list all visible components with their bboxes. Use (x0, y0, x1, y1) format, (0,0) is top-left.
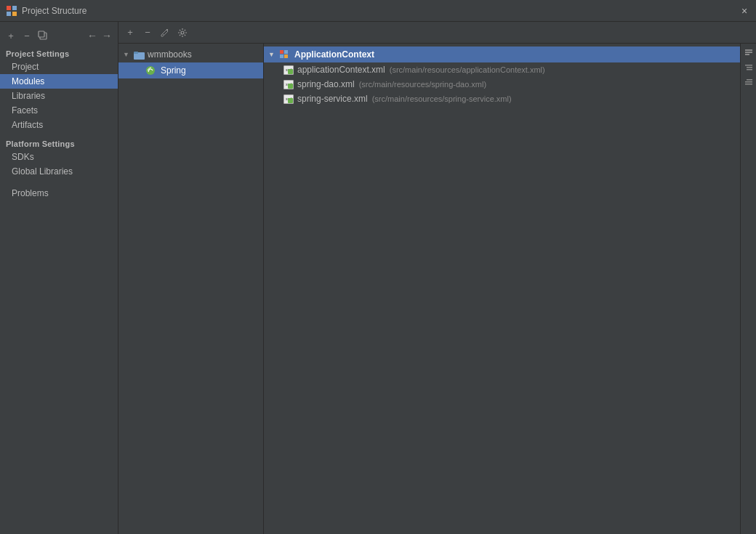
title-bar-text: Project Structure (22, 6, 750, 16)
close-button[interactable]: × (739, 5, 750, 17)
tree-node-spring-service-xml[interactable]: xml spring-service.xml (src/main/resourc… (264, 92, 740, 106)
spring-icon (145, 65, 156, 76)
sidebar-item-facets[interactable]: Facets (0, 103, 118, 118)
content-toolbar: + − (118, 22, 756, 44)
right-tool-btn-2[interactable] (742, 61, 755, 74)
sidebar-toolbar: + − ← → (0, 28, 118, 46)
xml-icon-app-context: xml (283, 65, 294, 75)
module-tree: ▼ wmmbooks (118, 44, 264, 534)
app-context-xml-label: applicationContext.xml (297, 65, 385, 75)
content-edit-button[interactable] (158, 25, 172, 40)
folder-icon (133, 49, 145, 60)
sidebar-item-sdks[interactable]: SDKs (0, 150, 118, 164)
expand-arrow-app-context: ▼ (268, 51, 276, 58)
tree-node-spring-dao-xml[interactable]: xml spring-dao.xml (src/main/resources/s… (264, 77, 740, 92)
spring-dao-xml-label: spring-dao.xml (297, 79, 355, 89)
sidebar-copy-button[interactable] (36, 29, 49, 42)
spring-service-xml-path: (src/main/resources/spring-service.xml) (372, 94, 512, 103)
project-settings-header: Project Settings (0, 46, 118, 60)
content-settings-button[interactable] (175, 25, 190, 40)
svg-rect-18 (747, 79, 752, 81)
svg-rect-1 (12, 6, 17, 10)
svg-rect-0 (7, 6, 11, 10)
svg-rect-12 (745, 54, 749, 55)
title-bar: Project Structure × (0, 0, 756, 22)
sidebar-remove-button[interactable]: − (20, 29, 33, 42)
spring-label: Spring (161, 65, 186, 76)
sidebar-add-button[interactable]: + (4, 29, 17, 42)
tree-node-app-context-xml[interactable]: xml applicationContext.xml (src/main/res… (264, 62, 740, 77)
content-remove-button[interactable]: − (140, 25, 155, 40)
svg-point-6 (181, 31, 184, 34)
svg-rect-2 (7, 12, 11, 16)
sidebar-item-global-libraries[interactable]: Global Libraries (0, 164, 118, 179)
app-context-xml-path: (src/main/resources/applicationContext.x… (390, 65, 545, 74)
forward-button[interactable]: → (100, 29, 113, 42)
svg-rect-14 (747, 67, 752, 68)
svg-rect-17 (745, 81, 752, 83)
content-add-button[interactable]: + (123, 25, 137, 40)
svg-rect-8 (134, 52, 138, 54)
svg-rect-15 (747, 69, 752, 70)
app-context-icon (278, 49, 290, 60)
sidebar-item-artifacts[interactable]: Artifacts (0, 118, 118, 132)
right-tool-btn-3[interactable] (742, 76, 755, 89)
spring-service-xml-label: spring-service.xml (297, 94, 368, 104)
tree-node-wmmbooks[interactable]: ▼ wmmbooks (118, 46, 263, 62)
sidebar-item-project[interactable]: Project (0, 60, 118, 74)
sidebar-item-problems[interactable]: Problems (0, 186, 118, 201)
detail-tree: ▼ ApplicationContext (264, 44, 740, 534)
xml-icon-spring-dao: xml (283, 79, 294, 89)
app-context-label: ApplicationContext (294, 49, 374, 60)
platform-settings-header: Platform Settings (0, 137, 118, 150)
right-sidebar-tools (740, 44, 756, 534)
sidebar-item-libraries[interactable]: Libraries (0, 89, 118, 103)
svg-rect-16 (745, 84, 752, 85)
xml-icon-spring-service: xml (283, 94, 294, 104)
svg-rect-5 (39, 31, 44, 37)
sidebar-item-modules[interactable]: Modules (0, 74, 118, 89)
app-icon (6, 5, 17, 17)
tree-node-app-context[interactable]: ▼ ApplicationContext (264, 46, 740, 62)
main-layout: + − ← → Project Settings Project Modules… (0, 22, 756, 534)
svg-rect-10 (745, 49, 752, 51)
tree-node-spring[interactable]: Spring (118, 62, 263, 78)
svg-rect-13 (745, 65, 752, 66)
svg-rect-3 (12, 12, 17, 16)
right-tool-btn-1[interactable] (742, 46, 755, 60)
svg-rect-11 (745, 52, 752, 53)
back-button[interactable]: ← (86, 29, 99, 42)
tree-panel: ▼ wmmbooks (118, 44, 756, 534)
wmmbooks-label: wmmbooks (148, 49, 192, 60)
sidebar: + − ← → Project Settings Project Modules… (0, 22, 118, 534)
expand-arrow-wmmbooks: ▼ (123, 51, 130, 58)
content-area: + − ▼ (118, 22, 756, 534)
spring-dao-xml-path: (src/main/resources/spring-dao.xml) (359, 80, 486, 89)
